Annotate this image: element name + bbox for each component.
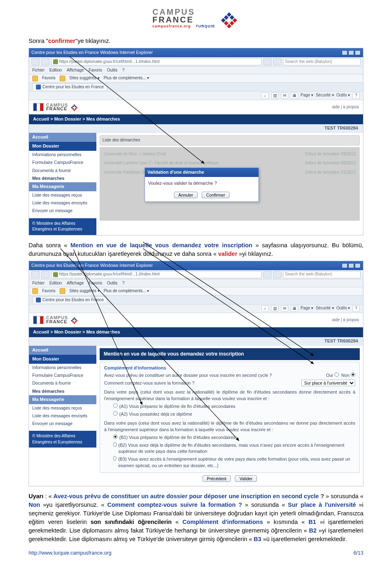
- search-bar[interactable]: Search the web (Babylon): [283, 271, 361, 278]
- cancel-button[interactable]: Annuler: [174, 192, 198, 198]
- radio-b2[interactable]: [113, 442, 117, 447]
- window-title: Centre pour les Etudes en France Windows…: [31, 49, 153, 56]
- pagetool-page[interactable]: Page ▾: [301, 305, 313, 312]
- mail-icon[interactable]: ✉: [281, 305, 288, 312]
- menu-favoris[interactable]: Favoris: [89, 67, 102, 74]
- menu-edition[interactable]: Edition: [49, 67, 62, 74]
- nav-item[interactable]: Liste des messages reçus: [29, 191, 96, 199]
- forward-button[interactable]: [41, 271, 49, 278]
- pagetool-page[interactable]: Page ▾: [301, 92, 313, 99]
- pagetool-tools[interactable]: Outils ▾: [336, 92, 350, 99]
- site-head-links[interactable]: aide | à propos: [332, 317, 359, 323]
- star-icon[interactable]: [32, 288, 38, 294]
- fav-plus[interactable]: Plus de compléments... ▾: [104, 75, 149, 81]
- nav-mondossier[interactable]: Mon Dossier: [29, 142, 96, 151]
- home-icon[interactable]: ⌂: [261, 305, 269, 312]
- nav-item-active[interactable]: Mes démarches: [29, 175, 96, 182]
- address-bar[interactable]: https://pastel.diplomatie.gouv.fr/cef/ht…: [51, 271, 262, 278]
- fav-label[interactable]: Favoris: [42, 288, 56, 294]
- nav-messagerie[interactable]: Ma Messagerie: [29, 395, 96, 404]
- forward-button[interactable]: [41, 58, 49, 65]
- nav-messagerie[interactable]: Ma Messagerie: [29, 182, 96, 191]
- pagetool-tools[interactable]: Outils ▾: [336, 305, 350, 312]
- fav-suggested[interactable]: Sites suggérés ▾: [69, 75, 100, 81]
- menu-fichier[interactable]: Fichier: [32, 67, 45, 74]
- back-button[interactable]: [31, 271, 40, 278]
- svg-rect-0: [227, 12, 231, 17]
- search-bar[interactable]: Search the web (Babylon): [283, 58, 361, 65]
- refresh-button[interactable]: [263, 58, 272, 65]
- window-buttons[interactable]: [342, 50, 361, 55]
- stop-button[interactable]: [273, 271, 281, 278]
- nav-item[interactable]: Liste des messages reçus: [29, 404, 96, 412]
- star-icon[interactable]: [32, 76, 38, 81]
- nav-accueil[interactable]: Accueil: [29, 346, 96, 355]
- address-bar[interactable]: https://pastel.diplomatie.gouv.fr/cef/ht…: [51, 58, 262, 65]
- nav-accueil[interactable]: Accueil: [29, 133, 96, 142]
- fav-plus[interactable]: Plus de compléments... ▾: [104, 288, 149, 294]
- previous-button[interactable]: Précédent: [203, 475, 231, 482]
- menu-affichage[interactable]: Affichage: [67, 67, 84, 74]
- pagetool-security[interactable]: Sécurité ▾: [316, 305, 334, 312]
- formation-select[interactable]: Sur place à l'université: [301, 380, 355, 386]
- browser-tab[interactable]: Centre pour les Etudes en France: [32, 83, 107, 91]
- print-icon[interactable]: 🖶: [291, 92, 298, 99]
- menu-edition[interactable]: Edition: [49, 280, 62, 286]
- nav-item[interactable]: Envoyer un message: [29, 207, 96, 215]
- logo-text: CAMPUS FRANCE campusfrance.org TURQUIE: [152, 8, 215, 29]
- browser-tab[interactable]: Centre pour les Etudes en France: [32, 296, 107, 304]
- confirm-modal: Validation d'une démarche Voulez-vous va…: [145, 168, 259, 202]
- nav-item[interactable]: Formulaire CampusFrance: [29, 372, 96, 379]
- nav-item[interactable]: Documents à fournir: [29, 167, 96, 175]
- radio-oui[interactable]: [334, 372, 339, 377]
- radio-b3[interactable]: [113, 456, 116, 461]
- fav-suggested[interactable]: Sites suggérés ▾: [69, 288, 100, 294]
- nav-item[interactable]: Liste des messages envoyés: [29, 199, 96, 207]
- feed-icon[interactable]: ▥: [271, 305, 278, 312]
- svg-rect-20: [76, 320, 78, 322]
- nav-item[interactable]: Envoyer un message: [29, 420, 96, 428]
- site-logo-icon: [70, 316, 79, 325]
- nav-mondossier[interactable]: Mon Dossier: [29, 355, 96, 364]
- nav-item-active[interactable]: Mes démarches: [29, 387, 96, 395]
- mail-icon[interactable]: ✉: [281, 92, 288, 99]
- menu-fichier[interactable]: Fichier: [32, 280, 45, 286]
- nav-item[interactable]: Informations personnelles: [29, 364, 96, 372]
- menu-help[interactable]: ?: [122, 67, 125, 74]
- nav-item[interactable]: Informations personnelles: [29, 151, 96, 159]
- site-head-links[interactable]: aide | à propos: [332, 104, 359, 110]
- radio-non[interactable]: [351, 372, 355, 377]
- print-icon[interactable]: 🖶: [291, 305, 298, 312]
- help-icon[interactable]: ?: [352, 305, 360, 312]
- valider-button[interactable]: Valider: [235, 475, 257, 482]
- logo-france: FRANCE: [152, 16, 215, 24]
- menu-help[interactable]: ?: [122, 280, 125, 286]
- window-buttons[interactable]: [342, 263, 361, 268]
- list-title: Liste des démarches: [100, 135, 360, 145]
- home-icon[interactable]: ⌂: [261, 92, 269, 99]
- nav-item[interactable]: Formulaire CampusFrance: [29, 159, 96, 166]
- menu-outils[interactable]: Outils: [107, 67, 118, 74]
- sites-icon: [60, 76, 65, 81]
- flag-icon: [33, 316, 44, 324]
- menu-affichage[interactable]: Affichage: [67, 280, 84, 286]
- menu-outils[interactable]: Outils: [107, 280, 118, 286]
- stop-button[interactable]: [273, 58, 281, 65]
- back-button[interactable]: [31, 58, 40, 65]
- refresh-button[interactable]: [263, 271, 272, 278]
- svg-rect-8: [227, 24, 231, 28]
- pagetool-security[interactable]: Sécurité ▾: [316, 92, 334, 99]
- radio-a1[interactable]: [113, 403, 118, 408]
- radio-a2[interactable]: [113, 411, 118, 416]
- nav-item[interactable]: Liste des messages envoyés: [29, 412, 96, 420]
- favorites-bar: Favoris Sites suggérés ▾ Plus de complém…: [29, 74, 363, 83]
- para-a: Dans votre pays (celui dont vous avez la…: [104, 389, 355, 402]
- menu-favoris[interactable]: Favoris: [89, 280, 102, 286]
- confirm-button[interactable]: Confirmer: [202, 192, 229, 198]
- radio-b1[interactable]: [113, 434, 118, 439]
- feed-icon[interactable]: ▥: [271, 92, 278, 99]
- tab-label: Centre pour les Etudes en France: [42, 297, 104, 303]
- help-icon[interactable]: ?: [352, 92, 360, 99]
- nav-item[interactable]: Documents à fournir: [29, 379, 96, 387]
- fav-label[interactable]: Favoris: [42, 75, 56, 81]
